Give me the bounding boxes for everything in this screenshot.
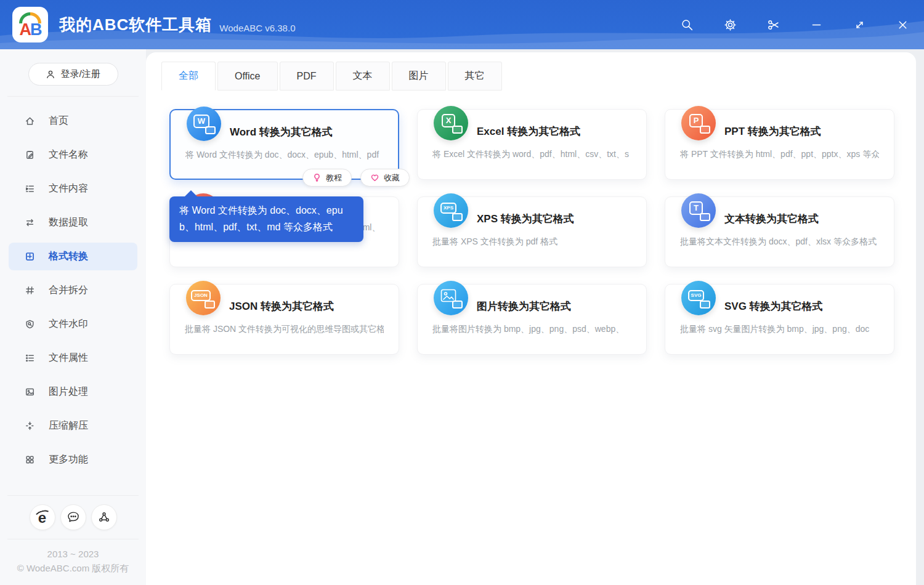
xps-format-icon: XPS: [434, 193, 468, 228]
ppt-format-icon: P: [681, 106, 716, 140]
card-title: Excel 转换为其它格式: [477, 124, 640, 139]
sidebar-item-file-name[interactable]: 文件名称: [0, 138, 146, 172]
file-name-icon: [25, 150, 35, 160]
watermark-shield-icon: [25, 319, 35, 329]
card-description: 批量将 JSON 文件转换为可视化的思维导图或其它格: [185, 324, 384, 335]
card-description: 批量将 XPS 文件转换为 pdf 格式: [432, 236, 631, 248]
login-register-button[interactable]: 登录/注册: [28, 63, 118, 86]
card-ppt-convert[interactable]: P PPT 转换为其它格式 将 PPT 文件转换为 html、pdf、ppt、p…: [665, 109, 894, 180]
card-description: 批量将文本文件转换为 docx、pdf、xlsx 等众多格式: [680, 236, 879, 248]
card-title: Word 转换为其它格式: [230, 125, 393, 139]
minimize-icon[interactable]: [809, 17, 824, 32]
gear-icon[interactable]: [723, 17, 737, 32]
tab-other[interactable]: 其它: [448, 62, 502, 91]
sidebar-item-file-content[interactable]: 文件内容: [0, 172, 146, 206]
format-convert-icon: [25, 251, 35, 262]
share-icon[interactable]: [91, 504, 117, 530]
sidebar-item-merge-split[interactable]: 合并拆分: [0, 273, 146, 307]
word-convert-tooltip: 将 Word 文件转换为 doc、docx、epub、html、pdf、txt、…: [169, 196, 363, 242]
data-extract-icon: [25, 217, 35, 228]
tab-all[interactable]: 全部: [161, 62, 216, 91]
logo-letter-b: B: [30, 20, 41, 39]
text-format-icon: T: [681, 193, 716, 228]
word-format-icon: W: [187, 107, 221, 141]
more-grid-icon: [25, 454, 35, 465]
heart-icon: [370, 173, 379, 182]
copyright-years: 2013 ~ 2023: [0, 547, 146, 561]
maximize-icon[interactable]: [852, 17, 867, 32]
card-description: 将 PPT 文件转换为 html、pdf、ppt、pptx、xps 等众: [680, 149, 879, 160]
app-logo: AB: [12, 7, 48, 42]
category-tabs: 全部 Office PDF 文本 图片 其它: [161, 62, 916, 91]
card-xps-convert[interactable]: XPS XPS 转换为其它格式 批量将 XPS 文件转换为 pdf 格式: [417, 196, 647, 267]
file-content-icon: [25, 184, 35, 194]
card-title: JSON 转换为其它格式: [229, 299, 392, 313]
app-title: 我的ABC软件工具箱: [59, 14, 212, 36]
sidebar-item-home[interactable]: 首页: [0, 104, 146, 138]
sidebar-item-file-props[interactable]: 文件属性: [0, 341, 146, 375]
excel-format-icon: X: [434, 106, 468, 140]
card-description: 将 Word 文件转换为 doc、docx、epub、html、pdf: [185, 150, 383, 161]
json-format-icon: JSON: [186, 281, 221, 315]
compress-icon: [25, 421, 35, 431]
chat-icon[interactable]: [60, 504, 86, 530]
tutorial-button[interactable]: 教程: [302, 169, 352, 187]
favorite-button[interactable]: 收藏: [360, 169, 410, 187]
main-panel: 全部 Office PDF 文本 图片 其它 W Word 转换为其它格式 将 …: [146, 52, 916, 585]
card-description: 批量将 svg 矢量图片转换为 bmp、jpg、png、doc: [680, 324, 879, 335]
sidebar-item-more[interactable]: 更多功能: [0, 443, 146, 477]
title-bar: AB 我的ABC软件工具箱 WodeABC v6.38.0: [0, 0, 924, 49]
sidebar-item-data-extract[interactable]: 数据提取: [0, 206, 146, 240]
card-text-convert[interactable]: T 文本转换为其它格式 批量将文本文件转换为 docx、pdf、xlsx 等众多…: [665, 196, 894, 267]
logo-letter-a: A: [20, 20, 31, 39]
tab-image[interactable]: 图片: [392, 62, 446, 91]
image-format-icon: [434, 281, 468, 315]
card-title: 图片转换为其它格式: [477, 299, 640, 313]
sidebar-item-format-convert[interactable]: 格式转换: [0, 240, 146, 273]
merge-split-icon: [25, 285, 35, 296]
tab-text[interactable]: 文本: [336, 62, 390, 91]
file-props-icon: [25, 353, 35, 363]
sidebar-item-watermark[interactable]: 文件水印: [0, 307, 146, 341]
card-description: 将 Excel 文件转换为 word、pdf、html、csv、txt、s: [432, 149, 631, 160]
card-description: 批量将图片转换为 bmp、jpg、png、psd、webp、: [432, 324, 631, 335]
card-image-convert[interactable]: 图片转换为其它格式 批量将图片转换为 bmp、jpg、png、psd、webp、: [417, 284, 647, 355]
bulb-icon: [312, 173, 322, 182]
tab-pdf[interactable]: PDF: [280, 62, 334, 91]
login-register-label: 登录/注册: [60, 68, 100, 80]
home-icon: [25, 116, 35, 126]
sidebar-item-compress[interactable]: 压缩解压: [0, 409, 146, 443]
image-process-icon: [25, 387, 35, 397]
card-title: PPT 转换为其它格式: [724, 124, 888, 139]
scissors-icon[interactable]: [766, 17, 780, 32]
card-title: 文本转换为其它格式: [724, 212, 888, 226]
sidebar: 登录/注册 首页 文件名称 文件内容 数据提取 格式转换 合并拆分: [0, 49, 146, 585]
tab-office[interactable]: Office: [217, 62, 278, 91]
card-json-convert[interactable]: JSON JSON 转换为其它格式 批量将 JSON 文件转换为可视化的思维导图…: [169, 284, 399, 355]
card-title: SVG 转换为其它格式: [724, 299, 888, 313]
close-icon[interactable]: [895, 17, 910, 32]
card-word-convert[interactable]: W Word 转换为其它格式 将 Word 文件转换为 doc、docx、epu…: [169, 109, 399, 180]
feature-cards-grid: W Word 转换为其它格式 将 Word 文件转换为 doc、docx、epu…: [169, 109, 893, 355]
ie-browser-icon[interactable]: e: [30, 504, 55, 530]
sidebar-item-image-process[interactable]: 图片处理: [0, 375, 146, 409]
card-excel-convert[interactable]: X Excel 转换为其它格式 将 Excel 文件转换为 word、pdf、h…: [417, 109, 647, 180]
app-version: WodeABC v6.38.0: [219, 23, 295, 33]
svg-format-icon: SVG: [681, 281, 716, 315]
search-icon[interactable]: [679, 17, 694, 32]
user-icon: [46, 70, 55, 79]
card-title: XPS 转换为其它格式: [477, 212, 640, 226]
copyright-text: © WodeABC.com 版权所有: [0, 561, 146, 575]
card-svg-convert[interactable]: SVG SVG 转换为其它格式 批量将 svg 矢量图片转换为 bmp、jpg、…: [665, 284, 894, 355]
